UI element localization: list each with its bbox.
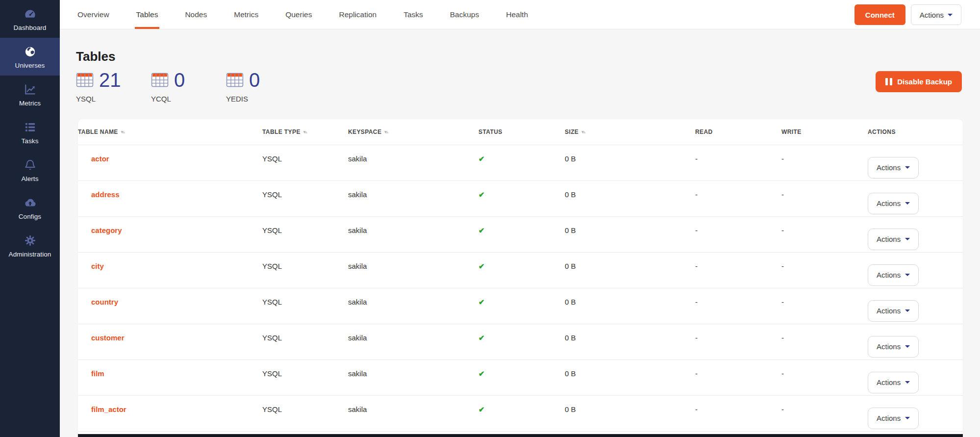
nav-tab[interactable]: Tasks — [402, 0, 425, 29]
column-header[interactable]: TABLE NAME▾▴ — [78, 119, 262, 145]
chevron-down-icon — [948, 14, 953, 16]
gauge-icon — [24, 7, 37, 21]
write-cell: - — [781, 360, 868, 395]
size-cell: 0 B — [565, 360, 695, 395]
read-cell: - — [695, 180, 781, 216]
write-cell: - — [781, 145, 868, 180]
status-success-icon: ✔ — [478, 298, 485, 306]
row-actions-button[interactable]: Actions — [868, 372, 919, 393]
table-type-cell: YSQL — [262, 216, 348, 252]
sidebar-item[interactable]: Alerts — [0, 151, 60, 189]
chevron-down-icon — [905, 381, 910, 384]
sort-icon[interactable]: ▾▴ — [303, 129, 307, 134]
sidebar-item-label: Metrics — [19, 100, 41, 107]
nav-tab[interactable]: Health — [504, 0, 529, 29]
sidebar-item-label: Tasks — [21, 137, 38, 145]
table-icon — [151, 72, 169, 88]
nav-tab[interactable]: Replication — [337, 0, 378, 29]
nav-tab[interactable]: Overview — [76, 0, 111, 29]
chevron-down-icon — [905, 238, 910, 240]
table-row: city YSQL sakila ✔ 0 B - - Actions — [78, 252, 963, 288]
table-name-link[interactable]: film — [91, 369, 104, 378]
universe-actions-button[interactable]: Actions — [911, 4, 961, 25]
topnav-buttons: Connect Actions — [854, 4, 961, 25]
nav-tab[interactable]: Queries — [284, 0, 313, 29]
sort-icon[interactable]: ▾▴ — [121, 129, 125, 134]
sidebar-item-label: Dashboard — [14, 24, 47, 31]
column-header[interactable]: SIZE▾▴ — [565, 119, 695, 145]
sort-icon[interactable]: ▾▴ — [581, 129, 585, 134]
chevron-down-icon — [905, 274, 910, 276]
table-name-link[interactable]: country — [91, 298, 118, 306]
sidebar-item[interactable]: Configs — [0, 189, 60, 227]
nav-tab[interactable]: Metrics — [232, 0, 260, 29]
row-actions-button[interactable]: Actions — [868, 157, 919, 179]
nav-tab-label: Queries — [285, 10, 312, 19]
content-area: Tables 21 YSQL 0 YCQL — [60, 29, 980, 437]
table-type-cell: YSQL — [262, 360, 348, 395]
globe-icon — [24, 45, 37, 58]
sidebar-item[interactable]: Universes — [0, 38, 60, 76]
table-name-link[interactable]: address — [91, 190, 120, 199]
row-actions-button[interactable]: Actions — [868, 264, 919, 286]
row-actions-button[interactable]: Actions — [868, 300, 919, 322]
column-header-label: KEYSPACE — [348, 129, 381, 135]
column-header[interactable]: WRITE — [781, 119, 868, 145]
table-name-link[interactable]: film_actor — [91, 405, 126, 413]
table-name-link[interactable]: city — [91, 262, 104, 270]
size-cell: 0 B — [565, 324, 695, 360]
size-cell: 0 B — [565, 252, 695, 288]
tables-card: TABLE NAME▾▴ TABLE TYPE▾▴ KEYSPACE▾▴ STA… — [78, 119, 963, 437]
universe-actions-label: Actions — [920, 11, 944, 19]
nav-tab[interactable]: Nodes — [183, 0, 208, 29]
nav-tab[interactable]: Tables — [135, 0, 160, 29]
bottom-edge-bar — [78, 434, 963, 437]
table-type-cell: YSQL — [262, 395, 348, 431]
column-header[interactable]: ACTIONS — [868, 119, 963, 145]
connect-button[interactable]: Connect — [854, 4, 905, 25]
row-actions-label: Actions — [877, 271, 901, 279]
nav-tab[interactable]: Backups — [449, 0, 480, 29]
row-actions-label: Actions — [877, 199, 901, 207]
status-success-icon: ✔ — [478, 369, 485, 378]
table-name-link[interactable]: actor — [91, 154, 109, 163]
table-count-value: 0 — [249, 70, 260, 90]
column-header[interactable]: STATUS — [478, 119, 565, 145]
nav-tab-label: Tables — [136, 10, 158, 19]
size-cell: 0 B — [565, 395, 695, 431]
write-cell: - — [781, 252, 868, 288]
row-actions-label: Actions — [877, 163, 901, 172]
disable-backup-button[interactable]: Disable Backup — [876, 71, 962, 92]
table-header-row: TABLE NAME▾▴ TABLE TYPE▾▴ KEYSPACE▾▴ STA… — [78, 119, 963, 145]
read-cell: - — [695, 145, 781, 180]
sidebar-item[interactable]: Metrics — [0, 76, 60, 113]
sort-icon[interactable]: ▾▴ — [384, 129, 388, 134]
table-row: country YSQL sakila ✔ 0 B - - Actions — [78, 288, 963, 324]
sidebar-item[interactable]: Administration — [0, 227, 60, 264]
column-header[interactable]: TABLE TYPE▾▴ — [262, 119, 348, 145]
status-success-icon: ✔ — [478, 154, 485, 163]
sidebar-item[interactable]: Tasks — [0, 113, 60, 151]
sidebar-item-label: Universes — [15, 62, 45, 69]
write-cell: - — [781, 288, 868, 324]
status-success-icon: ✔ — [478, 262, 485, 270]
column-header[interactable]: READ — [695, 119, 781, 145]
table-name-link[interactable]: category — [91, 226, 122, 234]
column-header-label: READ — [695, 129, 713, 135]
row-actions-button[interactable]: Actions — [868, 336, 919, 358]
read-cell: - — [695, 216, 781, 252]
row-actions-button[interactable]: Actions — [868, 408, 919, 429]
table-name-link[interactable]: customer — [91, 334, 125, 342]
table-icon — [226, 72, 244, 88]
read-cell: - — [695, 324, 781, 360]
sidebar-item-label: Alerts — [21, 175, 38, 182]
table-row: address YSQL sakila ✔ 0 B - - Actions — [78, 180, 963, 216]
column-header[interactable]: KEYSPACE▾▴ — [348, 119, 478, 145]
row-actions-button[interactable]: Actions — [868, 193, 919, 214]
row-actions-button[interactable]: Actions — [868, 229, 919, 250]
keyspace-cell: sakila — [348, 360, 478, 395]
write-cell: - — [781, 216, 868, 252]
sidebar-item[interactable]: Dashboard — [0, 0, 60, 38]
keyspace-cell: sakila — [348, 216, 478, 252]
table-count-label: YSQL — [76, 95, 151, 103]
